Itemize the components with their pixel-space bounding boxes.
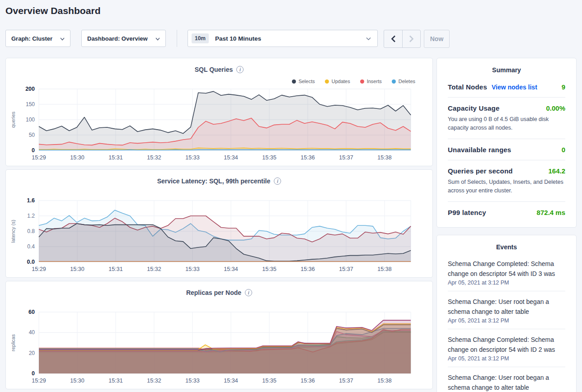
chevron-down-icon — [366, 35, 371, 42]
capacity-usage-label: Capacity Usage — [448, 104, 500, 112]
qps-label: Queries per second — [448, 167, 513, 175]
sql-queries-panel: SQL Queries i SelectsUpdatesInsertsDelet… — [5, 58, 433, 166]
time-step-buttons — [384, 30, 421, 48]
event-text: Schema Change Completed: Schema change o… — [448, 259, 565, 279]
svg-text:1.6: 1.6 — [27, 197, 35, 204]
replicas-per-node-chart[interactable]: 020406015:2915:3015:3115:3215:3315:3415:… — [6, 304, 432, 388]
svg-text:20: 20 — [29, 350, 35, 356]
svg-text:replicas: replicas — [10, 334, 16, 351]
summary-row-total-nodes: Total Nodes View nodes list 9 — [448, 76, 565, 98]
summary-row-capacity: Capacity Usage 0.00% You are using 0 B o… — [448, 98, 565, 139]
svg-text:15:29: 15:29 — [32, 154, 46, 161]
info-icon[interactable]: i — [245, 289, 252, 296]
now-button[interactable]: Now — [424, 30, 450, 48]
chart-title: Replicas per Node — [186, 289, 241, 296]
svg-text:latency (s): latency (s) — [10, 220, 16, 243]
svg-text:15:30: 15:30 — [70, 378, 84, 384]
svg-text:0.4: 0.4 — [27, 243, 35, 250]
graph-dropdown-label: Graph: Cluster — [11, 35, 52, 42]
time-range-picker[interactable]: 10m Past 10 Minutes — [188, 30, 378, 47]
page-title: Overview Dashboard — [5, 5, 101, 16]
svg-text:15:38: 15:38 — [377, 266, 391, 272]
p99-latency-value: 872.4 ms — [537, 209, 565, 216]
event-timestamp: Apr 05, 2021 at 3:12 PM — [448, 355, 565, 362]
toolbar-divider — [177, 30, 177, 47]
info-icon[interactable]: i — [236, 66, 244, 73]
service-latency-chart[interactable]: 0.00.40.81.21.615:2915:3015:3115:3215:33… — [6, 192, 432, 276]
event-text: Schema Change: User root began a schema … — [448, 373, 565, 392]
summary-row-unavailable: Unavailable ranges 0 — [448, 139, 565, 160]
svg-text:15:29: 15:29 — [32, 266, 46, 272]
svg-text:15:38: 15:38 — [377, 154, 391, 161]
unavailable-ranges-value: 0 — [562, 146, 565, 154]
svg-text:150: 150 — [26, 101, 35, 107]
events-panel: Events Schema Change Completed: Schema c… — [436, 235, 577, 392]
chart-title: Service Latency: SQL, 99th percentile — [157, 177, 271, 185]
charts-column: SQL Queries i SelectsUpdatesInsertsDelet… — [5, 58, 433, 392]
svg-text:0.8: 0.8 — [27, 228, 35, 234]
event-text: Schema Change Completed: Schema change o… — [448, 335, 565, 355]
svg-text:15:37: 15:37 — [339, 378, 353, 384]
qps-value: 164.2 — [548, 167, 565, 175]
svg-text:100: 100 — [26, 117, 35, 123]
event-timestamp: Apr 05, 2021 at 3:12 PM — [448, 280, 565, 286]
events-heading: Events — [448, 243, 565, 253]
summary-heading: Summary — [448, 66, 565, 76]
svg-text:15:37: 15:37 — [339, 154, 353, 161]
svg-text:15:35: 15:35 — [262, 266, 276, 272]
event-timestamp: Apr 05, 2021 at 3:12 PM — [448, 317, 565, 324]
qps-description: Sum of Selects, Updates, Inserts, and De… — [448, 178, 565, 195]
total-nodes-label: Total Nodes — [448, 83, 487, 91]
replicas-per-node-panel: Replicas per Node i 020406015:2915:3015:… — [5, 281, 433, 389]
svg-text:15:34: 15:34 — [224, 266, 238, 272]
summary-row-p99: P99 latency 872.4 ms — [448, 202, 565, 223]
svg-text:15:34: 15:34 — [224, 378, 238, 384]
svg-text:15:36: 15:36 — [300, 266, 314, 272]
svg-text:60: 60 — [28, 309, 35, 315]
svg-text:queries: queries — [10, 111, 16, 128]
main-content: SQL Queries i SelectsUpdatesInsertsDelet… — [5, 58, 577, 392]
prev-time-button[interactable] — [384, 30, 402, 47]
event-item: Schema Change: User root began a schema … — [448, 291, 565, 329]
chart-title: SQL Queries — [195, 66, 233, 73]
event-item: Schema Change: User root began a schema … — [448, 367, 565, 392]
svg-text:15:37: 15:37 — [339, 266, 353, 272]
svg-text:15:32: 15:32 — [147, 154, 161, 161]
chevron-left-icon — [391, 35, 396, 42]
chevron-down-icon — [60, 35, 65, 42]
svg-text:15:33: 15:33 — [185, 378, 199, 384]
chevron-down-icon — [155, 35, 160, 42]
service-latency-panel: Service Latency: SQL, 99th percentile i … — [5, 169, 433, 278]
svg-text:15:35: 15:35 — [262, 378, 276, 384]
svg-text:15:38: 15:38 — [377, 378, 391, 384]
svg-text:15:33: 15:33 — [185, 266, 199, 272]
toolbar: Graph: Cluster Dashboard: Overview 10m P… — [0, 30, 582, 48]
dashboard-dropdown-label: Dashboard: Overview — [87, 35, 148, 42]
info-icon[interactable]: i — [274, 177, 281, 185]
next-time-button[interactable] — [402, 30, 420, 47]
graph-dropdown[interactable]: Graph: Cluster — [5, 30, 70, 47]
svg-text:15:36: 15:36 — [300, 378, 314, 384]
view-nodes-list-link[interactable]: View nodes list — [492, 84, 537, 91]
sidebar-column: Summary Total Nodes View nodes list 9 Ca… — [436, 58, 577, 392]
svg-text:15:34: 15:34 — [224, 154, 238, 161]
unavailable-ranges-label: Unavailable ranges — [448, 146, 511, 154]
svg-text:15:31: 15:31 — [108, 154, 122, 161]
svg-text:15:31: 15:31 — [108, 266, 122, 272]
svg-text:50: 50 — [29, 132, 35, 138]
svg-text:0.0: 0.0 — [27, 259, 35, 265]
svg-text:15:33: 15:33 — [185, 154, 199, 161]
overview-dashboard-page: Overview Dashboard Graph: Cluster Dashbo… — [0, 0, 582, 392]
time-range-label: Past 10 Minutes — [215, 35, 366, 42]
dashboard-dropdown[interactable]: Dashboard: Overview — [81, 30, 166, 47]
svg-text:1.2: 1.2 — [27, 213, 35, 219]
svg-text:15:32: 15:32 — [147, 266, 161, 272]
svg-text:15:36: 15:36 — [300, 154, 314, 161]
event-item: Schema Change Completed: Schema change o… — [448, 253, 565, 291]
svg-text:15:29: 15:29 — [32, 378, 46, 384]
capacity-usage-value: 0.00% — [546, 104, 565, 112]
svg-text:15:32: 15:32 — [147, 378, 161, 384]
sql-queries-chart[interactable]: 05010015020015:2915:3015:3115:3215:3315:… — [6, 81, 432, 165]
svg-text:15:35: 15:35 — [262, 154, 276, 161]
svg-text:40: 40 — [29, 329, 35, 336]
